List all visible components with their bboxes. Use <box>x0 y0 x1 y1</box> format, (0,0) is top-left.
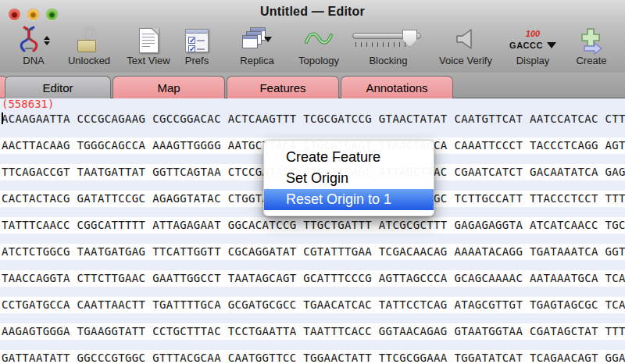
toolbar-label: Unlocked <box>61 55 117 66</box>
toolbar-item-unlocked[interactable]: Unlocked <box>61 25 117 70</box>
create-icon <box>578 27 605 55</box>
toolbar-item-prefs[interactable]: ✓ ✓ Prefs <box>177 25 217 70</box>
toolbar-item-create[interactable]: Create <box>566 25 617 70</box>
chevron-down-icon <box>264 37 272 42</box>
tab-annotations[interactable]: Annotations <box>341 76 453 98</box>
text-cursor <box>2 112 3 124</box>
toolbar-item-display[interactable]: 100 GACCC Display <box>506 25 559 70</box>
title-bar: Untitled — Editor <box>0 0 625 23</box>
tab-label: Map <box>157 81 180 95</box>
toolbar-label: Blocking <box>352 55 425 66</box>
prefs-icon: ✓ ✓ <box>185 29 209 52</box>
display-sequence: GACCC <box>509 41 543 50</box>
menu-item-create-feature[interactable]: Create Feature <box>264 147 434 168</box>
tab-features[interactable]: Features <box>227 76 339 98</box>
toolbar-item-text-view[interactable]: Text View <box>119 25 178 70</box>
tab-bar: Editor Map Features Annotations <box>0 73 625 98</box>
tab-map[interactable]: Map <box>112 76 225 98</box>
chevron-down-icon <box>547 42 556 48</box>
toolbar-label: Create <box>566 55 617 66</box>
sequence-row[interactable]: CCTGATGCCA CAATTAACTT TGATTTTGCA GCGATGC… <box>0 297 625 323</box>
sequence-row[interactable]: ATCTCTGGCG TAATGATGAG TTCATTGGTT CGCAGGA… <box>0 244 625 270</box>
tab-label: Features <box>259 81 305 95</box>
blocking-slider-icon <box>352 28 424 53</box>
speaker-icon <box>454 27 477 54</box>
toolbar-label: Display <box>506 55 559 66</box>
dna-stepper[interactable] <box>44 36 50 45</box>
toolbar-label: Replica <box>227 55 288 66</box>
app-window: Untitled — Editor DNA <box>0 0 625 364</box>
toolbar-item-replica[interactable]: Replica <box>227 25 288 70</box>
position-indicator: (558631) <box>0 98 625 111</box>
menu-item-set-origin[interactable]: Set Origin <box>264 168 434 189</box>
display-icon: 100 GACCC <box>509 30 556 52</box>
sequence-editor[interactable]: (558631) ACAAGAATTA CCCGCAGAAG CGCCGGACA… <box>0 98 625 364</box>
context-menu: Create Feature Set Origin Reset Origin t… <box>263 140 434 216</box>
toolbar-item-topology[interactable]: Topology <box>291 25 347 70</box>
toolbar-label: Text View <box>119 55 178 66</box>
sequence-row[interactable]: ACAAGAATTA CCCGCAGAAG CGCCGGACAC ACTCAAG… <box>0 111 625 137</box>
tab-editor[interactable]: Editor <box>5 76 111 98</box>
tab-label: Annotations <box>366 81 427 95</box>
toolbar-label: Prefs <box>177 55 217 66</box>
replica-icon <box>242 27 272 54</box>
toolbar-label: Topology <box>291 55 347 66</box>
toolbar: DNA Unlocked Text View <box>0 23 625 73</box>
toolbar-item-dna[interactable]: DNA <box>6 25 61 70</box>
sequence-row[interactable]: TAACCAGGTA CTTCTTGAAC GAATTGGCCT TAATAGC… <box>0 270 625 297</box>
unlock-icon <box>76 27 102 54</box>
sequence-row[interactable]: TATTTCAACC CGGCATTTTT ATTAGAGAAT GGCACAT… <box>0 217 625 244</box>
topology-icon <box>304 30 334 51</box>
toolbar-item-blocking[interactable]: Blocking <box>352 25 425 70</box>
sequence-row[interactable]: GATTAATATT GGCCCGTGGC GTTTACGCAA CAATGGT… <box>0 350 625 364</box>
menu-item-reset-origin-to-1[interactable]: Reset Origin to 1 <box>264 189 434 210</box>
toolbar-label: DNA <box>6 55 61 66</box>
display-count: 100 <box>509 30 556 39</box>
toolbar-item-voice-verify[interactable]: Voice Verify <box>430 25 502 70</box>
document-icon <box>139 28 159 53</box>
sequence-row[interactable]: AAGAGTGGGA TGAAGGTATT CCTGCTTTAC TCCTGAA… <box>0 323 625 350</box>
window-title: Untitled — Editor <box>0 5 625 19</box>
tab-label: Editor <box>42 81 73 95</box>
dna-icon <box>17 26 41 55</box>
toolbar-label: Voice Verify <box>430 55 502 66</box>
